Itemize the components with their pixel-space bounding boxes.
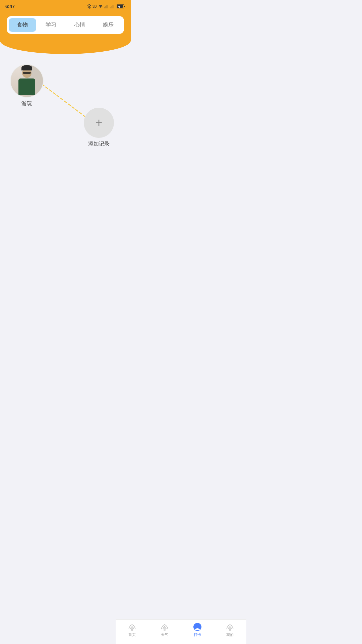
avatar-node[interactable]: 游玩 [10,64,44,107]
avatar-label: 游玩 [21,100,32,107]
nfc-icon: 3D [93,4,97,9]
header-wave: 食物 学习 心情 娱乐 [0,12,131,54]
figure-glasses [23,72,31,74]
signal-4g-icon [111,4,115,8]
status-time: 6:47 [5,4,15,9]
tab-mood[interactable]: 心情 [66,18,94,32]
battery-icon: 75 [117,4,125,8]
svg-rect-6 [112,6,112,8]
svg-rect-2 [106,6,106,8]
svg-rect-7 [113,5,113,8]
tab-study[interactable]: 学习 [38,18,65,32]
main-content: 游玩 + 添加记录 [0,54,131,222]
svg-rect-8 [114,5,114,8]
avatar-figure [15,68,39,97]
tab-food[interactable]: 食物 [9,18,36,32]
wifi-icon [98,4,103,8]
figure-head [22,68,32,78]
avatar-circle [10,64,44,98]
svg-text:3D: 3D [93,5,97,8]
svg-rect-4 [108,5,108,8]
svg-text:75: 75 [118,6,120,8]
figure-body [18,78,35,95]
add-record-label: 添加记录 [88,141,110,148]
bluetooth-icon [87,4,91,9]
tab-entertainment[interactable]: 娱乐 [95,18,122,32]
tab-bar: 食物 学习 心情 娱乐 [7,16,124,34]
signal-5g-icon [105,4,109,8]
avatar-person-art [11,65,43,97]
add-plus-icon: + [95,117,102,129]
add-circle-button[interactable]: + [84,108,114,138]
status-bar: 6:47 3D [0,0,131,12]
svg-rect-3 [107,5,107,8]
svg-rect-10 [124,6,125,7]
svg-rect-1 [105,7,105,8]
svg-rect-5 [111,7,111,8]
add-record-node[interactable]: + 添加记录 [84,108,114,148]
figure-hat [21,65,32,70]
status-icons: 3D 75 [87,4,125,9]
